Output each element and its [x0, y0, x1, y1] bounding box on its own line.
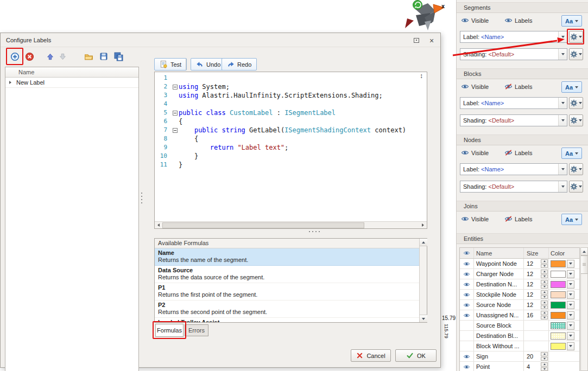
entity-row[interactable]: Source Node12 — [460, 300, 579, 310]
segments-font-button[interactable]: Aa — [561, 15, 582, 27]
entity-row[interactable]: Destination N...12 — [460, 279, 579, 290]
save-button[interactable] — [97, 50, 110, 63]
horizontal-splitter[interactable] — [308, 231, 322, 233]
fold-collapse-icon[interactable] — [173, 128, 178, 133]
visibility-eye-icon[interactable] — [463, 302, 470, 309]
blocks-font-button[interactable]: Aa — [561, 81, 582, 93]
visibility-eye-icon[interactable] — [463, 353, 470, 360]
size-spinner[interactable] — [541, 259, 548, 268]
test-button[interactable]: Test — [154, 58, 187, 71]
joins-visible-toggle[interactable]: Visible — [461, 215, 489, 223]
size-spinner[interactable] — [541, 290, 548, 299]
formula-item[interactable]: NameReturns the name of the segment. — [155, 248, 419, 266]
segments-shading-combo[interactable]: Shading: <Default> — [460, 48, 567, 60]
scroll-left-button[interactable] — [155, 222, 162, 229]
pin-window-icon[interactable] — [412, 37, 421, 44]
size-spinner[interactable] — [541, 280, 548, 289]
size-spinner[interactable] — [541, 311, 548, 319]
color-dropdown-button[interactable] — [567, 270, 574, 278]
color-dropdown-button[interactable] — [567, 311, 574, 319]
list-item[interactable]: New Label — [5, 78, 138, 88]
entity-row[interactable]: Block Without ... — [460, 341, 579, 351]
color-dropdown-button[interactable] — [567, 260, 574, 268]
visibility-eye-icon[interactable] — [463, 363, 470, 370]
tab-errors[interactable]: Errors — [185, 324, 208, 336]
chevron-down-icon[interactable] — [558, 115, 567, 126]
nodes-font-button[interactable]: Aa — [561, 148, 582, 159]
chevron-down-icon[interactable] — [558, 181, 567, 192]
redo-button[interactable]: Redo — [222, 58, 257, 71]
splitter-handle-icon[interactable]: ↕ — [420, 72, 423, 80]
blocks-visible-toggle[interactable]: Visible — [461, 82, 489, 91]
nodes-labels-toggle[interactable]: Labels — [504, 149, 532, 157]
scrollbar-thumb[interactable] — [162, 222, 364, 228]
scroll-up-button[interactable] — [420, 239, 427, 246]
chevron-down-icon[interactable] — [558, 31, 567, 42]
color-dropdown-button[interactable] — [567, 301, 574, 309]
size-spinner[interactable] — [541, 300, 548, 309]
move-up-button[interactable] — [43, 50, 56, 63]
size-spinner[interactable] — [541, 270, 548, 278]
visibility-eye-icon[interactable] — [463, 312, 470, 319]
visibility-eye-icon[interactable] — [463, 291, 470, 298]
entity-row[interactable]: Unassigned N...16 — [460, 310, 579, 321]
cancel-button[interactable]: Cancel — [351, 349, 391, 362]
blocks-label-combo[interactable]: Label: <Name> — [460, 97, 567, 109]
formula-item[interactable]: P2Returns the second point of the segmen… — [155, 300, 419, 318]
scrollbar-thumb[interactable] — [581, 255, 587, 274]
chevron-down-icon[interactable] — [558, 98, 567, 108]
formula-item[interactable]: Data SourceReturns the data source of th… — [155, 266, 419, 283]
nodes-shading-gear-button[interactable] — [569, 181, 583, 193]
blocks-shading-combo[interactable]: Shading: <Default> — [460, 114, 567, 126]
blocks-shading-gear-button[interactable] — [569, 114, 583, 126]
entity-row[interactable]: Waypoint Node12 — [460, 259, 579, 269]
add-label-button[interactable] — [8, 50, 21, 63]
entity-row[interactable]: Stockpile Node12 — [460, 290, 579, 300]
blocks-label-gear-button[interactable] — [569, 97, 583, 109]
entity-row[interactable]: Source Block — [460, 321, 579, 331]
segments-label-combo[interactable]: Label: <Name> — [460, 31, 567, 43]
color-dropdown-button[interactable] — [567, 280, 574, 289]
delete-label-button[interactable] — [23, 50, 36, 63]
segments-label-gear-button[interactable] — [569, 31, 583, 43]
chevron-down-icon[interactable] — [558, 49, 567, 60]
color-dropdown-button[interactable] — [567, 332, 574, 340]
joins-labels-toggle[interactable]: Labels — [504, 215, 532, 223]
entity-row[interactable]: Point4 — [460, 362, 579, 371]
code-editor[interactable]: 12using System;3using Alastri.HaulInfini… — [154, 72, 427, 229]
size-spinner[interactable] — [541, 362, 548, 371]
ok-button[interactable]: OK — [395, 349, 437, 362]
nodes-visible-toggle[interactable]: Visible — [461, 149, 489, 157]
visibility-eye-icon[interactable] — [463, 281, 470, 288]
tab-formulas[interactable]: Formulas — [155, 324, 184, 337]
color-dropdown-button[interactable] — [567, 322, 574, 330]
vertical-splitter[interactable] — [141, 191, 143, 206]
entity-row[interactable]: Charger Node12 — [460, 269, 579, 279]
fold-collapse-icon[interactable] — [173, 111, 178, 116]
expander-icon[interactable] — [9, 81, 11, 84]
segments-visible-toggle[interactable]: Visible — [461, 16, 489, 24]
joins-font-button[interactable]: Aa — [561, 214, 582, 225]
blocks-labels-toggle[interactable]: Labels — [504, 82, 532, 91]
horizontal-scrollbar[interactable] — [155, 221, 427, 228]
entities-scrollbar[interactable] — [580, 247, 588, 371]
nodes-label-gear-button[interactable] — [569, 163, 583, 175]
scroll-up-button[interactable] — [581, 248, 587, 255]
entity-row[interactable]: Sign20 — [460, 351, 579, 362]
open-button[interactable] — [82, 50, 95, 63]
formulas-scrollbar[interactable] — [419, 239, 427, 322]
visibility-eye-icon[interactable] — [463, 260, 470, 267]
segments-shading-gear-button[interactable] — [569, 48, 583, 60]
undo-button[interactable]: Undo — [191, 58, 226, 71]
close-icon[interactable]: × — [427, 37, 436, 44]
color-dropdown-button[interactable] — [567, 291, 574, 299]
segments-labels-toggle[interactable]: Labels — [504, 16, 532, 24]
fold-collapse-icon[interactable] — [173, 85, 178, 89]
dialog-titlebar[interactable]: Configure Labels × — [1, 33, 440, 47]
scroll-down-button[interactable] — [420, 315, 427, 322]
size-spinner[interactable] — [541, 352, 548, 361]
move-down-button[interactable] — [56, 50, 69, 63]
color-dropdown-button[interactable] — [567, 342, 574, 350]
view-orientation-gizmo[interactable]: x — [400, 0, 448, 31]
formula-item[interactable]: Loaded Trolley Assist — [155, 318, 419, 322]
